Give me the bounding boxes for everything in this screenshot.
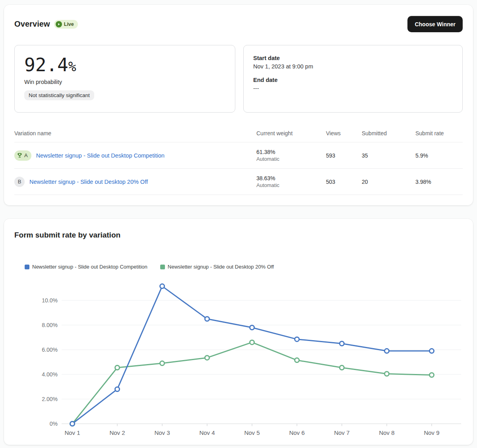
variation-a-weight-mode: Automatic	[256, 156, 322, 162]
col-header-views: Views	[326, 130, 362, 136]
svg-text:8.00%: 8.00%	[42, 322, 58, 328]
win-probability-label: Win probability	[24, 79, 225, 85]
end-date-label: End date	[253, 77, 453, 83]
trophy-icon	[17, 152, 23, 158]
start-date-block: Start date Nov 1, 2023 at 9:00 pm	[253, 55, 453, 70]
dates-box: Start date Nov 1, 2023 at 9:00 pm End da…	[243, 45, 463, 113]
variation-a-weight: 61.38%	[256, 149, 322, 155]
svg-text:Nov 9: Nov 9	[424, 429, 439, 436]
variation-a-submit-rate: 5.9%	[415, 152, 463, 159]
overview-title: Overview	[14, 19, 50, 29]
overview-card: Overview Live Choose Winner 92.4% Win pr…	[4, 5, 473, 205]
end-date-value: ---	[253, 85, 453, 92]
live-status-label: Live	[64, 21, 74, 27]
col-header-current-weight: Current weight	[256, 130, 326, 136]
live-status-badge: Live	[54, 20, 78, 29]
table-row: B Newsletter signup - Slide out Desktop …	[14, 169, 463, 195]
submit-rate-chart-card: Form submit rate by variation Newsletter…	[4, 219, 473, 445]
svg-text:Nov 8: Nov 8	[379, 429, 394, 436]
significance-badge: Not statistically significant	[24, 90, 94, 100]
svg-text:6.00%: 6.00%	[42, 347, 58, 353]
table-header-row: Variation name Current weight Views Subm…	[14, 124, 463, 142]
win-probability-value: 92.4%	[24, 56, 225, 74]
svg-text:Nov 5: Nov 5	[244, 429, 260, 436]
variation-a-submitted: 35	[362, 152, 415, 159]
col-header-variation-name: Variation name	[14, 130, 256, 136]
submit-rate-line-chart[interactable]: 10.0%8.00%6.00%4.00%2.00%0%Nov 1Nov 2Nov…	[14, 277, 463, 442]
win-probability-box: 92.4% Win probability Not statistically …	[14, 45, 235, 113]
legend-item-20-off: Newsletter signup - Slide out Desktop 20…	[160, 264, 274, 270]
legend-swatch-blue	[25, 265, 29, 269]
variation-b-link[interactable]: Newsletter signup - Slide out Desktop 20…	[29, 179, 148, 185]
play-icon	[56, 21, 62, 27]
variation-b-badge: B	[14, 177, 25, 187]
variations-table: Variation name Current weight Views Subm…	[14, 124, 463, 195]
legend-item-competition: Newsletter signup - Slide out Desktop Co…	[25, 264, 147, 270]
svg-text:Nov 4: Nov 4	[199, 429, 215, 436]
variation-b-views: 503	[326, 179, 362, 185]
svg-text:0%: 0%	[50, 421, 58, 427]
svg-text:4.00%: 4.00%	[42, 371, 58, 378]
variation-a-letter: A	[24, 152, 28, 158]
start-date-value: Nov 1, 2023 at 9:00 pm	[253, 63, 453, 70]
col-header-submit-rate: Submit rate	[415, 130, 463, 136]
choose-winner-button[interactable]: Choose Winner	[407, 16, 463, 32]
table-row: A Newsletter signup - Slide out Desktop …	[14, 142, 463, 169]
svg-text:Nov 1: Nov 1	[64, 429, 80, 436]
variation-a-winner-badge: A	[14, 150, 31, 161]
svg-text:2.00%: 2.00%	[42, 396, 58, 402]
svg-text:Nov 2: Nov 2	[109, 429, 125, 436]
svg-text:Nov 3: Nov 3	[154, 429, 170, 436]
variation-b-weight-mode: Automatic	[256, 182, 322, 188]
ab-test-dashboard: Overview Live Choose Winner 92.4% Win pr…	[0, 0, 477, 448]
overview-summary-row: 92.4% Win probability Not statistically …	[14, 45, 463, 113]
svg-text:Nov 6: Nov 6	[289, 429, 304, 436]
overview-header: Overview Live Choose Winner	[14, 16, 463, 32]
variation-b-submitted: 20	[362, 179, 415, 185]
col-header-submitted: Submitted	[362, 130, 415, 136]
end-date-block: End date ---	[253, 77, 453, 92]
svg-text:Nov 7: Nov 7	[334, 429, 349, 436]
chart-legend: Newsletter signup - Slide out Desktop Co…	[25, 264, 274, 270]
variation-b-submit-rate: 3.98%	[415, 179, 463, 185]
legend-swatch-green	[160, 265, 165, 269]
start-date-label: Start date	[253, 55, 453, 61]
chart-title: Form submit rate by variation	[14, 231, 120, 240]
variation-a-link[interactable]: Newsletter signup - Slide out Desktop Co…	[36, 152, 165, 159]
variation-b-weight: 38.63%	[256, 175, 322, 181]
variation-a-views: 593	[326, 152, 362, 159]
svg-text:10.0%: 10.0%	[42, 297, 58, 304]
